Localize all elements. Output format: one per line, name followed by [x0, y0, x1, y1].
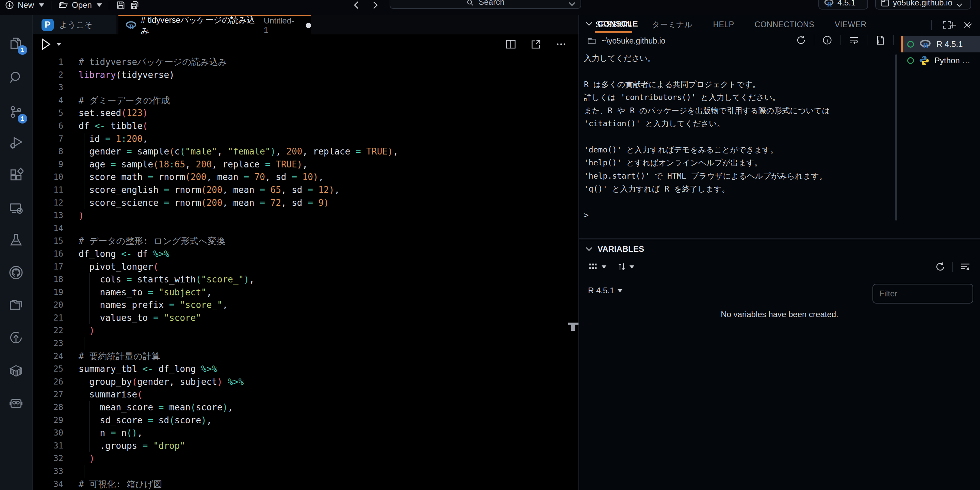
export-console-button[interactable] [875, 35, 886, 46]
extensions-button[interactable] [0, 163, 32, 187]
code-line[interactable]: 17 pivot_longer( [33, 261, 579, 274]
run-file-button[interactable] [40, 38, 61, 51]
save-button[interactable] [116, 0, 126, 10]
open-file-button[interactable]: Open [58, 0, 102, 10]
assistant-button[interactable] [0, 391, 32, 415]
open-folder-icon [58, 0, 68, 10]
code-line[interactable]: 11 score_english = rnorm(200, mean = 65,… [33, 184, 579, 197]
code-line[interactable]: 34# 可視化: 箱ひげ図 [33, 478, 579, 490]
variables-filter-input[interactable] [872, 284, 973, 304]
code-line[interactable]: 18 cols = starts_with("score_"), [33, 273, 579, 286]
code-line[interactable]: 1# tidyverseパッケージの読み込み [33, 56, 579, 69]
code-line[interactable]: 7 id = 1:200, [33, 133, 579, 146]
variables-section-header[interactable]: VARIABLES [585, 244, 644, 254]
code-text: set.seed(123) [79, 107, 148, 120]
code-line[interactable]: 26 group_by(gender, subject) %>% [33, 375, 579, 388]
github-button[interactable] [0, 260, 32, 285]
forward-button[interactable] [372, 1, 379, 10]
chevron-down-icon [956, 3, 963, 8]
code-line[interactable]: 16df_long <- df %>% [33, 248, 579, 261]
workspace-button[interactable]: yo5uke.github.io [875, 0, 971, 10]
code-line[interactable]: 20 names_prefix = "score_", [33, 299, 579, 312]
group-by-button[interactable] [588, 261, 606, 272]
remote-explorer-button[interactable] [0, 196, 32, 221]
session-picker-chevron[interactable] [964, 22, 972, 28]
console-output[interactable]: 入力してください。R は多くの貢献者による共同プロジェクトです。詳しくは 'co… [584, 52, 890, 239]
code-text: ) [79, 452, 95, 465]
code-line[interactable]: 3 [33, 81, 579, 94]
folder-icon [8, 298, 24, 312]
code-line[interactable]: 31 .groups = "drop" [33, 440, 579, 453]
variables-runtime-selector[interactable]: R 4.5.1 [588, 286, 622, 295]
search-button[interactable] [0, 65, 32, 90]
code-line[interactable]: 4# ダミーデータの作成 [33, 94, 579, 107]
code-line[interactable]: 21 values_to = "score" [33, 312, 579, 325]
run-options-caret[interactable] [56, 43, 61, 46]
containers-button[interactable] [0, 358, 32, 383]
code-line[interactable]: 33 [33, 465, 579, 478]
interpreter-selector-button[interactable]: R R 4.5.1 [818, 0, 868, 10]
clear-variables-button[interactable] [959, 261, 971, 272]
code-line[interactable]: 27 summarise( [33, 388, 579, 401]
code-line[interactable]: 28 mean_score = mean(score), [33, 401, 579, 414]
code-line[interactable]: 30 n = n(), [33, 427, 579, 440]
code-line[interactable]: 8 gender = sample(c("male", "female"), 2… [33, 145, 579, 158]
code-line[interactable]: 25summary_tbl <- df_long %>% [33, 363, 579, 375]
code-line[interactable]: 19 names_to = "subject", [33, 286, 579, 299]
panel-tab-3[interactable]: CONNECTIONS [754, 16, 815, 33]
session-item-python[interactable]: Python … [901, 52, 980, 69]
code-line[interactable]: 9 age = sample(18:65, 200, replace = TRU… [33, 158, 579, 171]
session-info-button[interactable] [822, 35, 833, 46]
code-line[interactable]: 22 ) [33, 324, 579, 337]
console-section-header[interactable]: CONSOLE [585, 19, 638, 29]
save-all-button[interactable] [130, 0, 140, 10]
code-line[interactable]: 13) [33, 209, 579, 222]
panel-separator[interactable] [579, 238, 980, 240]
unsaved-indicator-dot[interactable] [306, 23, 311, 28]
testing-button[interactable] [0, 228, 32, 252]
explorer-button[interactable]: 1 [0, 31, 32, 56]
restart-session-button[interactable] [795, 35, 807, 46]
run-debug-button[interactable] [0, 130, 32, 155]
code-line[interactable]: 5set.seed(123) [33, 107, 579, 120]
session-item-r[interactable]: R R 4.5.1 [901, 36, 980, 52]
code-line[interactable]: 32 ) [33, 452, 579, 465]
code-line[interactable]: 24# 要約統計量の計算 [33, 350, 579, 363]
back-button[interactable] [353, 1, 360, 10]
source-control-button[interactable]: 1 [0, 100, 32, 124]
line-number: 5 [33, 107, 63, 120]
publish-button[interactable] [0, 325, 32, 350]
tab-untitled-file[interactable]: R # tidyverseパッケージの読み込み Untitled-1 [118, 15, 311, 34]
runtime-label: R 4.5.1 [588, 286, 614, 295]
line-number: 30 [33, 427, 63, 440]
word-wrap-button[interactable] [848, 35, 859, 46]
sort-button[interactable] [617, 261, 634, 272]
code-text: sd_score = sd(score), [79, 414, 212, 427]
workspaces-button[interactable] [0, 293, 32, 317]
code-line[interactable]: 23 [33, 337, 579, 350]
line-number: 29 [33, 414, 63, 427]
panel-tab-4[interactable]: VIEWER [834, 16, 867, 33]
code-line[interactable]: 10 score_math = rnorm(200, mean = 70, sd… [33, 171, 579, 184]
console-scrollbar[interactable] [895, 54, 897, 221]
code-text: names_prefix = "score_", [79, 299, 228, 312]
refresh-variables-button[interactable] [935, 261, 946, 272]
code-line[interactable]: 6df <- tibble( [33, 120, 579, 133]
code-text: # 要約統計量の計算 [79, 350, 160, 363]
code-line[interactable]: 15# データの整形: ロング形式へ変換 [33, 235, 579, 248]
code-line[interactable]: 14 [33, 222, 579, 235]
new-file-button[interactable]: New [5, 0, 44, 10]
code-editor[interactable]: 1# tidyverseパッケージの読み込み2library(tidyverse… [33, 56, 579, 490]
code-line[interactable]: 29 sd_score = sd(score), [33, 414, 579, 427]
tab-welcome[interactable]: P ようこそ [33, 15, 116, 34]
more-actions-button[interactable] [555, 38, 567, 50]
panel-tab-2[interactable]: HELP [712, 16, 735, 33]
code-line[interactable]: 2library(tidyverse) [33, 69, 579, 82]
panel-tab-1[interactable]: ターミナル [651, 15, 694, 34]
global-search-box[interactable]: Search [390, 0, 581, 9]
open-in-window-button[interactable] [530, 38, 542, 50]
split-editor-button[interactable] [505, 38, 517, 50]
code-line[interactable]: 12 score_science = rnorm(200, mean = 72,… [33, 197, 579, 210]
working-directory[interactable]: ~\yo5uke.github.io [587, 36, 665, 46]
new-session-button[interactable] [948, 21, 958, 30]
